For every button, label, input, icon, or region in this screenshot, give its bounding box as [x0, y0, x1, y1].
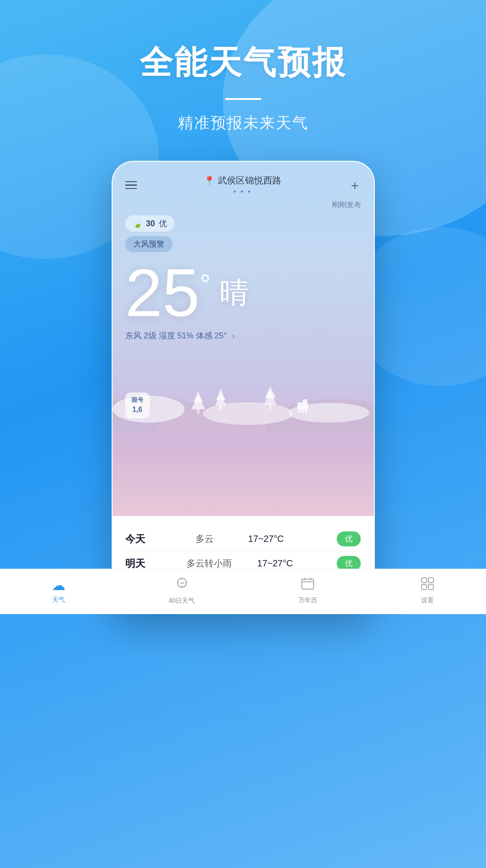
svg-marker-7 — [193, 391, 202, 402]
weather-description: 晴 — [220, 273, 249, 312]
calendar-nav-icon — [301, 577, 314, 594]
location-info: 📍 武侯区锦悦西路 • • • — [204, 174, 281, 196]
svg-rect-26 — [302, 579, 314, 589]
40day-nav-icon: 40 — [175, 576, 189, 594]
main-temperature: 25 — [125, 259, 200, 327]
bottom-navigation: ☁ 天气 40 40日天气 — [112, 569, 375, 614]
aqi-badge: 🍃 30 优 — [125, 215, 174, 232]
title-divider — [225, 98, 261, 100]
svg-rect-17 — [299, 409, 300, 413]
svg-rect-14 — [269, 404, 271, 409]
wind-details: 东风 2级 湿度 51% 体感 25° — [125, 330, 227, 341]
location-pin-icon: 📍 — [204, 175, 215, 186]
svg-rect-8 — [196, 408, 199, 414]
phone-mockup: 📍 武侯区锦悦西路 • • • ＋ 刚刚发布 🍃 30 优 大风预警 25 — [0, 161, 486, 614]
publish-time: 刚刚发布 — [125, 200, 361, 210]
subtitle: 精准预报未来天气 — [0, 113, 486, 134]
40day-nav-label: 40日天气 — [169, 597, 195, 605]
degree-symbol: ° — [200, 268, 211, 300]
svg-point-4 — [202, 402, 293, 425]
warning-badge[interactable]: 大风预警 — [125, 236, 172, 252]
add-location-button[interactable]: ＋ — [349, 177, 361, 194]
chevron-right-icon: › — [232, 331, 235, 341]
restriction-badge: 限号 1,6 — [125, 392, 150, 418]
aqi-label: 优 — [159, 218, 167, 229]
forecast-temp-today: 17~27°C — [248, 534, 303, 544]
svg-rect-19 — [305, 409, 307, 413]
aqi-number: 30 — [146, 219, 155, 228]
svg-text:40: 40 — [180, 581, 184, 585]
leaf-icon: 🍃 — [133, 218, 142, 228]
main-title: 全能天气预报 — [0, 41, 486, 84]
wind-info: 东风 2级 湿度 51% 体感 25° › — [125, 330, 361, 341]
scene-illustration: 限号 1,6 — [113, 350, 374, 432]
svg-rect-11 — [219, 405, 222, 410]
forecast-condition-tomorrow: 多云转小雨 — [187, 557, 232, 570]
location-dots: • • • — [204, 188, 281, 196]
svg-rect-16 — [303, 399, 307, 404]
location-name: 武侯区锦悦西路 — [218, 174, 281, 187]
svg-rect-18 — [302, 409, 304, 413]
phone-topbar: 📍 武侯区锦悦西路 • • • ＋ — [125, 174, 361, 196]
forecast-condition-today: 多云 — [196, 533, 214, 545]
temperature-display: 25 ° 晴 — [125, 259, 361, 327]
svg-marker-13 — [265, 387, 275, 398]
forecast-day-tomorrow: 明天 — [125, 557, 162, 570]
restriction-numbers: 1,6 — [132, 405, 143, 415]
phone-frame: 📍 武侯区锦悦西路 • • • ＋ 刚刚发布 🍃 30 优 大风预警 25 — [112, 161, 375, 614]
forecast-row-today: 今天 多云 17~27°C 优 — [125, 527, 361, 551]
weather-screen: 📍 武侯区锦悦西路 • • • ＋ 刚刚发布 🍃 30 优 大风预警 25 — [113, 162, 374, 516]
svg-marker-10 — [216, 389, 225, 400]
forecast-temp-tomorrow: 17~27°C — [257, 558, 312, 569]
quality-badge-today: 优 — [337, 531, 361, 546]
restriction-title: 限号 — [132, 396, 143, 404]
menu-button[interactable] — [125, 181, 137, 189]
forecast-day-today: 今天 — [125, 532, 162, 546]
nav-calendar[interactable]: 万年历 — [298, 577, 317, 605]
calendar-nav-label: 万年历 — [298, 596, 317, 605]
nav-40day[interactable]: 40 40日天气 — [169, 576, 195, 605]
